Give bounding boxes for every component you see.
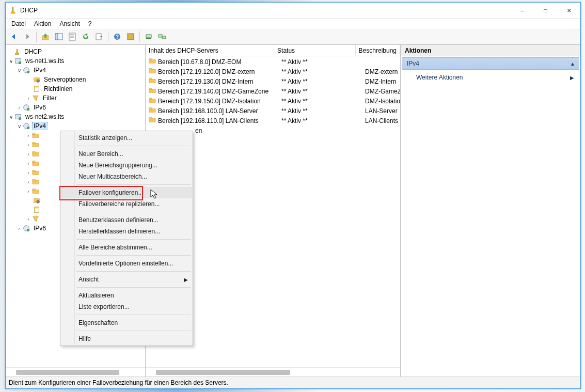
tree-node-filter[interactable]: › Filter	[7, 93, 144, 103]
list-item[interactable]: Bereich [172.19.140.0] DMZ-GameZone** Ak…	[146, 86, 400, 96]
submenu-arrow-icon: ▶	[184, 277, 188, 283]
options-icon	[33, 196, 41, 205]
ipv6-icon	[22, 224, 30, 232]
titlebar: DHCP – □ ✕	[6, 3, 580, 19]
context-separator	[61, 328, 192, 333]
context-separator	[61, 182, 192, 187]
column-status[interactable]: Status	[274, 45, 356, 56]
dhcp-app-icon	[9, 6, 17, 14]
svg-point-46	[37, 200, 39, 203]
folder-icon	[31, 159, 40, 167]
column-content[interactable]: Inhalt des DHCP-Servers	[146, 45, 274, 56]
scope-status: ** Aktiv **	[278, 78, 362, 85]
server-icon	[14, 113, 22, 121]
list-header: Inhalt des DHCP-Servers Status Beschreib…	[146, 45, 400, 56]
menubar: Datei Aktion Ansicht ?	[6, 19, 580, 29]
svg-rect-4	[69, 33, 75, 40]
status-text: Dient zum Konfigurieren einer Failoverbe…	[9, 379, 228, 386]
horizontal-scrollbar[interactable]	[156, 370, 290, 375]
nav-back-button[interactable]	[8, 30, 20, 43]
scope-name: Bereich [192.168.110.0] LAN-Clients	[158, 117, 259, 124]
context-separator	[61, 285, 192, 290]
folder-icon	[149, 77, 156, 86]
dhcp-app-icon	[13, 48, 21, 56]
filter-icon	[31, 94, 40, 102]
menu-view[interactable]: Ansicht	[56, 19, 83, 28]
menu-help[interactable]: ?	[85, 19, 96, 28]
tree-node-server2-ipv4[interactable]: ∨ IPv4	[7, 121, 144, 131]
toolbar: ?	[6, 29, 580, 44]
list-item[interactable]: Bereich [172.19.120.0] DMZ-extern** Akti…	[146, 67, 400, 76]
list-item[interactable]: Bereich [192.168.110.0] LAN-Clients** Ak…	[146, 116, 400, 126]
tree-node-serveroptions[interactable]: Serveroptionen	[7, 75, 144, 84]
server-icon	[14, 57, 22, 65]
context-item[interactable]: Eigenschaften	[61, 317, 192, 328]
tree-node-dhcp-root[interactable]: DHCP	[7, 47, 144, 56]
maximize-button[interactable]: □	[534, 3, 557, 18]
properties-button[interactable]	[66, 30, 78, 43]
horizontal-scrollbar[interactable]	[16, 370, 119, 375]
export-list-button[interactable]	[93, 30, 105, 43]
context-item[interactable]: Statistik anzeigen...	[61, 132, 192, 144]
close-button[interactable]: ✕	[557, 3, 580, 18]
actions-more[interactable]: Weitere Aktionen ▶	[401, 71, 580, 84]
server-add-button[interactable]	[156, 30, 168, 43]
context-item[interactable]: Aktualisieren	[61, 290, 192, 301]
context-item[interactable]: Benutzerklassen definieren...	[61, 214, 192, 226]
mouse-cursor-icon	[150, 189, 160, 200]
help-button[interactable]: ?	[111, 30, 123, 43]
tree-node-server1-ipv6[interactable]: › IPv6	[7, 103, 144, 112]
context-item[interactable]: Failoverbereiche replizieren...	[61, 198, 192, 210]
svg-rect-38	[33, 161, 35, 163]
context-item[interactable]: Neue Bereichsgruppierung...	[61, 160, 192, 171]
actions-header: Aktionen	[401, 45, 580, 56]
folder-icon	[31, 150, 40, 158]
context-item[interactable]: Failover konfigurieren...	[61, 187, 192, 198]
context-item[interactable]: Ansicht▶	[61, 274, 192, 285]
options-button[interactable]	[124, 30, 137, 43]
context-item[interactable]: Vordefinierte Optionen einstellen...	[61, 258, 192, 269]
minimize-button[interactable]: –	[511, 3, 534, 18]
server-authorize-button[interactable]	[143, 30, 155, 43]
context-separator	[61, 269, 192, 274]
tree-node-server1-ipv4[interactable]: ∨ IPv4	[7, 66, 144, 75]
folder-icon	[31, 178, 40, 186]
tree-node-server1[interactable]: ∨ ws-net1.ws.its	[7, 56, 144, 66]
list-item[interactable]: Bereich [172.19.150.0] DMZ-Isolation** A…	[146, 96, 400, 106]
collapse-icon: ▲	[570, 61, 575, 67]
svg-rect-52	[149, 59, 152, 60]
scope-status: ** Aktiv **	[278, 107, 362, 115]
refresh-button[interactable]	[80, 30, 92, 43]
show-hide-tree-button[interactable]	[53, 30, 65, 43]
nav-forward-button[interactable]	[21, 30, 34, 43]
svg-point-50	[27, 229, 29, 231]
up-level-button[interactable]	[39, 30, 52, 43]
context-item[interactable]: Neuer Bereich...	[61, 148, 192, 160]
context-item[interactable]: Hilfe	[61, 333, 192, 344]
context-separator	[61, 253, 192, 258]
svg-rect-11	[128, 34, 134, 40]
list-item[interactable]: Bereich [192.168.100.0] LAN-Server** Akt…	[146, 106, 400, 116]
list-item[interactable]: Bereich [10.67.8.0] DMZ-EOM** Aktiv **	[146, 57, 400, 67]
context-item[interactable]: Herstellerklassen definieren...	[61, 226, 192, 237]
context-item[interactable]: Alle Bereiche abstimmen...	[61, 242, 192, 253]
actions-section-ipv4[interactable]: IPv4 ▲	[402, 57, 579, 70]
svg-rect-36	[33, 152, 35, 153]
context-item[interactable]: Liste exportieren...	[61, 301, 192, 312]
list-item[interactable]: Bereich [172.19.130.0] DMZ-Intern** Akti…	[146, 76, 400, 86]
ipv6-icon	[22, 103, 30, 112]
options-icon	[33, 75, 41, 84]
svg-rect-56	[149, 79, 152, 80]
scope-name: Bereich [172.19.140.0] DMZ-GameZone	[158, 88, 268, 95]
scope-description: DMZ-Isolation	[362, 98, 400, 105]
scope-status: ** Aktiv **	[278, 117, 362, 124]
tree-node-server2[interactable]: ∨ ws-net2.ws.its	[7, 112, 144, 121]
column-description[interactable]: Beschreibung	[356, 45, 400, 56]
menu-file[interactable]: Datei	[8, 19, 29, 28]
svg-rect-12	[146, 35, 151, 38]
menu-action[interactable]: Aktion	[30, 19, 55, 28]
svg-rect-0	[12, 7, 13, 11]
context-item[interactable]: Neuer Multicastbereich...	[61, 171, 192, 182]
svg-rect-48	[35, 207, 39, 209]
tree-node-policies[interactable]: Richtlinien	[7, 84, 144, 93]
